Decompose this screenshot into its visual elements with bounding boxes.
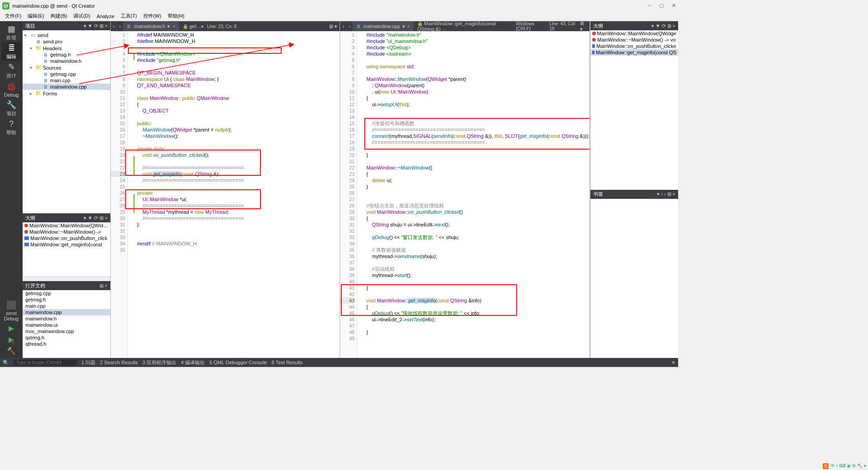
opendoc-item[interactable]: qthread.h [23, 341, 110, 347]
close-panel-icon[interactable]: × [105, 215, 108, 221]
opendoc-item[interactable]: mainwindow.ui [23, 322, 110, 328]
encoding[interactable]: Windows (CRLF) [516, 21, 546, 31]
menu-file[interactable]: 文件(F) [2, 12, 24, 20]
status-item[interactable]: 3 应用程序输出 [142, 359, 176, 366]
outline-list[interactable]: MainWindow::MainWindow(QWid…MainWindow::… [23, 222, 110, 277]
tree-item[interactable]: ▾▭send [23, 32, 110, 38]
build-button[interactable]: 🔨 [7, 347, 16, 355]
filter-icon[interactable]: ▾ ▼ [84, 23, 93, 29]
filter-icon[interactable]: ▾ ▼ [651, 23, 660, 29]
close-button[interactable]: ✕ [672, 3, 676, 9]
split-editor-icon[interactable]: ⊞ ▾ [327, 24, 340, 29]
nav-fwd[interactable]: › [346, 24, 353, 29]
close-tab-icon[interactable]: × [407, 24, 410, 29]
status-item[interactable]: 4 编译输出 [181, 359, 205, 366]
opendoc-item[interactable]: getmsg.h [23, 296, 110, 303]
nav-back[interactable]: ‹ [340, 24, 346, 29]
split-icon[interactable]: ⊞ [667, 23, 671, 29]
opendoc-item[interactable]: moc_mainwindow.cpp [23, 328, 110, 334]
nav-fwd[interactable]: › [117, 24, 123, 29]
locator-input[interactable] [14, 360, 77, 366]
tree-item[interactable]: 🗎send.pro [23, 38, 110, 45]
tree-item[interactable]: 🗎main.cpp [23, 77, 110, 84]
tree-item[interactable]: 🗎mainwindow.h [23, 58, 110, 64]
menu-widgets[interactable]: 控件(W) [141, 12, 164, 20]
outline-item[interactable]: MainWindow::~MainWindow() -> vo [590, 37, 678, 43]
run-target[interactable]: send Debug [4, 301, 19, 321]
status-item[interactable]: 1 问题 [81, 359, 95, 366]
tree-item[interactable]: ▾📁Headers [23, 45, 110, 52]
split-icon[interactable]: ⊞ [667, 191, 671, 197]
split-icon[interactable]: ⊞ [99, 215, 104, 221]
tree-item[interactable]: ▸📁Forms [23, 90, 110, 97]
opendoc-item[interactable]: mainwindow.h [23, 315, 110, 322]
close-panel-icon[interactable]: × [673, 191, 675, 197]
mode-design[interactable]: ✎设计 [2, 61, 21, 80]
cursor-pos: Line: 23, Co: 8 [207, 24, 236, 29]
editor-right: ‹ › 🗎 mainwindow.cpp ▾ × 🔒 MainWindow::g… [340, 21, 590, 358]
sync-icon[interactable]: ⟳ [662, 23, 666, 29]
outline-item[interactable]: MainWindow::MainWindow(QWid… [23, 222, 110, 229]
outline-list-right[interactable]: MainWindow::MainWindow(QWidgeMainWindow:… [590, 30, 678, 190]
filter-icon[interactable]: ▾ ▼ [84, 215, 93, 221]
status-item[interactable]: 5 QML Debugger Console [209, 360, 267, 365]
status-item[interactable]: 8 Test Results [272, 360, 303, 365]
opendoc-item[interactable]: mainwindow.cpp [23, 309, 110, 315]
tree-item[interactable]: 🗎getmsg.h [23, 52, 110, 58]
close-tab-icon[interactable]: × [172, 24, 175, 29]
outline-item[interactable]: MainWindow::MainWindow(QWidge [590, 30, 678, 37]
outline-item[interactable]: MainWindow::get_msginfo(const [23, 241, 110, 248]
menu-build[interactable]: 构建(B) [48, 12, 70, 20]
maximize-button[interactable]: ▢ [659, 3, 664, 9]
minimize-button[interactable]: ─ [647, 3, 651, 9]
menu-edit[interactable]: 编辑(E) [25, 12, 47, 20]
prev-icon[interactable]: ▾ ‹ [657, 191, 663, 197]
opendocs-list[interactable]: getmsg.cppgetmsg.hmain.cppmainwindow.cpp… [23, 290, 110, 358]
tab-mainwindow-h[interactable]: 🗎 mainwindow.h ▾ × [123, 21, 179, 31]
tree-item[interactable]: ▾📁Sources [23, 64, 110, 71]
tree-item[interactable]: 🗎mainwindow.cpp [23, 84, 110, 90]
wrench-icon: 🔧 [6, 100, 16, 110]
tree-item[interactable]: 🗎getmsg.cpp [23, 71, 110, 77]
split-icon[interactable]: ⊞ [99, 283, 104, 289]
outline-item[interactable]: MainWindow::on_pushButton_clicke [590, 43, 678, 49]
file-icon: 🗎 [356, 24, 361, 29]
opendoc-item[interactable]: main.cpp [23, 303, 110, 309]
tab-mainwindow-cpp[interactable]: 🗎 mainwindow.cpp ▾ × [353, 21, 414, 31]
mode-edit[interactable]: ≣编辑 [2, 42, 21, 61]
close-panel-icon[interactable]: × [673, 23, 675, 29]
search-icon: 🔍 [3, 360, 9, 366]
close-panel-icon[interactable]: × [105, 283, 108, 289]
status-close-icon[interactable]: ✕ [671, 360, 675, 366]
sync-icon[interactable]: ⟳ [94, 23, 98, 29]
nav-back[interactable]: ‹ [111, 24, 117, 29]
crumb[interactable]: 🔒 get…▾ [183, 24, 203, 29]
menu-tools[interactable]: 工具(T) [118, 12, 140, 20]
menu-help[interactable]: 帮助(H) [165, 12, 187, 20]
menu-debug[interactable]: 调试(D) [71, 12, 93, 20]
menu-analyze[interactable]: Analyze [94, 13, 117, 20]
mode-help[interactable]: ?帮助 [2, 118, 21, 136]
next-icon[interactable]: › [664, 191, 666, 197]
status-item[interactable]: 2 Search Results [100, 360, 138, 365]
opendoc-item[interactable]: qstring.h [23, 334, 110, 341]
split-icon[interactable]: ⊞ [99, 23, 104, 29]
file-icon: 🗎 [127, 24, 132, 29]
opendoc-item[interactable]: getmsg.cpp [23, 290, 110, 296]
code-editor-right[interactable]: #include "mainwindow.h"#include "ui_main… [363, 31, 590, 358]
mode-debug[interactable]: 🐞Debug [2, 80, 21, 99]
debug-run-button[interactable]: ▶🐞 [9, 335, 14, 344]
mode-projects[interactable]: 🔧项目 [2, 99, 21, 118]
code-editor-left[interactable]: #ifndef MAINWINDOW_H#define MAINWINDOW_H… [134, 31, 340, 358]
bookmarks-list[interactable] [590, 199, 678, 358]
mode-welcome[interactable]: ▦欢迎 [2, 24, 21, 42]
outline-item[interactable]: MainWindow::get_msginfo(const QS [590, 49, 678, 56]
project-tree[interactable]: ▾▭send🗎send.pro▾📁Headers🗎getmsg.h🗎mainwi… [23, 30, 110, 213]
sync-icon[interactable]: ⟳ [94, 215, 98, 221]
run-button[interactable]: ▶ [9, 324, 14, 333]
crumb[interactable]: 🔒 MainWindow::get_msginfo(const QString … [417, 21, 512, 32]
outline-item[interactable]: MainWindow::~MainWindow() -> [23, 229, 110, 235]
outline-item[interactable]: MainWindow::on_pushButton_click [23, 235, 110, 241]
close-panel-icon[interactable]: × [105, 23, 108, 29]
split-editor-icon[interactable]: ⊞ ▾ [578, 20, 590, 32]
